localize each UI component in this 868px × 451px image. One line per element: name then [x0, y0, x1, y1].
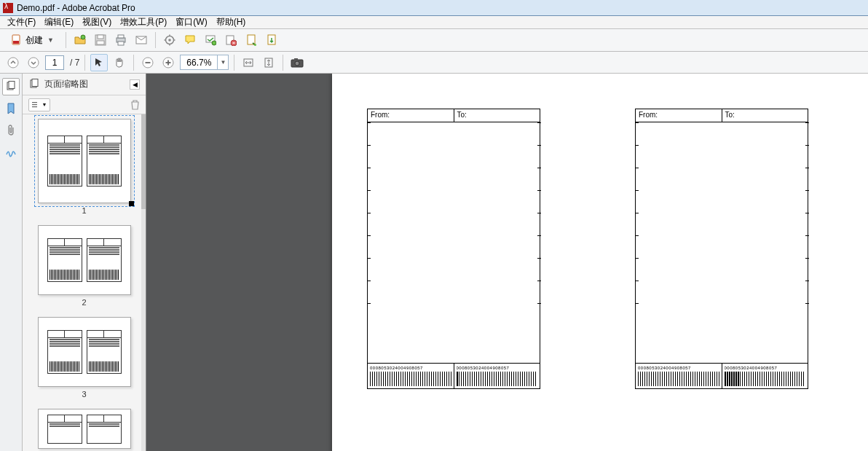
thumbnail-scrollbar[interactable]	[141, 114, 146, 451]
thumbnail-page-1[interactable]: 1	[28, 119, 140, 215]
nav-toolbar: / 7 ▼	[0, 52, 868, 74]
menu-file[interactable]: 文件(F)	[3, 16, 40, 28]
thumbnail-number: 2	[28, 298, 140, 307]
barcode-text: 0008053024004908057	[370, 366, 451, 371]
tab-page-thumbnails[interactable]	[2, 78, 20, 95]
create-button[interactable]: 创建 ▼	[4, 31, 60, 49]
chevron-down-icon[interactable]: ▼	[217, 55, 228, 69]
from-label: From:	[636, 109, 722, 122]
prev-page-button[interactable]	[4, 54, 22, 71]
thumbnail-options-button[interactable]: ▼	[28, 98, 50, 111]
svg-rect-39	[32, 102, 37, 103]
barcode	[638, 372, 719, 386]
pdf-page: From: To: 0008053024004908057 0008053024…	[332, 74, 868, 451]
zoom-in-button[interactable]	[159, 54, 177, 71]
svg-rect-38	[32, 79, 38, 86]
zoom-out-button[interactable]	[139, 54, 157, 71]
svg-point-11	[168, 39, 171, 42]
thumbnail-number: 3	[28, 390, 140, 399]
document-viewport[interactable]: From: To: 0008053024004908057 0008053024…	[146, 74, 868, 451]
save-button[interactable]	[92, 31, 109, 49]
zoom-combo[interactable]: ▼	[180, 55, 229, 70]
separator	[66, 32, 66, 48]
delete-page-button[interactable]	[130, 100, 140, 110]
export-word-button[interactable]	[242, 31, 260, 49]
separator	[155, 32, 156, 48]
separator	[133, 55, 134, 71]
menu-edit[interactable]: 编辑(E)	[40, 16, 78, 28]
fit-page-button[interactable]	[260, 54, 277, 71]
next-page-button[interactable]	[25, 54, 42, 71]
svg-rect-4	[98, 35, 103, 39]
separator	[234, 55, 234, 71]
zoom-input[interactable]	[181, 55, 217, 69]
menu-help[interactable]: 帮助(H)	[212, 16, 250, 28]
thumbnail-page-3[interactable]: 3	[28, 317, 140, 399]
settings-button[interactable]	[161, 31, 178, 49]
window-title: Demo.pdf - Adobe Acrobat Pro	[17, 3, 135, 13]
separator	[84, 55, 85, 71]
export-button[interactable]	[263, 31, 280, 49]
barcode-text: 0008053024004908057	[725, 366, 806, 371]
shipping-label-right: From: To: 0008053024004908057 0008053024…	[635, 109, 808, 389]
thumbnail-page-2[interactable]: 2	[28, 225, 140, 307]
svg-rect-34	[294, 58, 298, 60]
to-label: To:	[454, 109, 540, 122]
open-button[interactable]	[71, 31, 89, 49]
collapse-panel-button[interactable]: ◀	[130, 79, 140, 90]
content-area: 页面缩略图 ◀ ▼ 1	[0, 74, 868, 451]
barcode	[725, 372, 806, 386]
chevron-down-icon: ▼	[47, 36, 54, 44]
thumbnail-list[interactable]: 1 2 3	[23, 114, 146, 451]
svg-rect-7	[118, 35, 124, 38]
page-total-label: / 7	[70, 58, 79, 68]
share-button[interactable]	[202, 31, 219, 49]
svg-rect-41	[32, 106, 37, 107]
svg-point-17	[212, 41, 216, 45]
select-tool-button[interactable]	[90, 54, 108, 71]
tab-attachments[interactable]	[2, 122, 20, 139]
svg-rect-8	[118, 42, 124, 45]
svg-point-24	[28, 58, 39, 68]
shipping-label-left: From: To: 0008053024004908057 0008053024…	[367, 109, 540, 389]
create-label: 创建	[25, 34, 43, 47]
thumbnail-panel: 页面缩略图 ◀ ▼ 1	[23, 74, 146, 451]
barcode	[370, 372, 451, 386]
thumbnail-panel-header: 页面缩略图 ◀	[23, 74, 146, 95]
snapshot-button[interactable]	[288, 54, 306, 71]
barcode-text: 0008053024004908057	[457, 366, 538, 371]
svg-point-23	[8, 58, 18, 68]
barcode-text: 0008053024004908057	[638, 366, 719, 371]
create-pdf-icon	[11, 34, 23, 46]
fit-width-button[interactable]	[240, 54, 257, 71]
tab-signatures[interactable]	[2, 144, 20, 161]
from-label: From:	[368, 109, 454, 122]
app-icon	[3, 3, 13, 13]
tab-bookmarks[interactable]	[2, 100, 20, 117]
hand-tool-button[interactable]	[111, 54, 128, 71]
to-label: To:	[722, 109, 808, 122]
barcode	[457, 372, 538, 386]
email-button[interactable]	[133, 31, 150, 49]
page-number-input[interactable]	[45, 55, 64, 70]
pages-icon	[28, 79, 40, 90]
cancel-button[interactable]	[222, 31, 240, 49]
svg-rect-36	[9, 82, 15, 89]
thumbnail-page-4[interactable]	[28, 409, 140, 449]
svg-point-33	[295, 61, 299, 66]
thumbnail-number: 1	[28, 206, 140, 215]
svg-rect-1	[13, 41, 19, 44]
menu-plugins[interactable]: 增效工具(P)	[116, 16, 171, 28]
svg-point-2	[81, 35, 85, 39]
svg-rect-5	[97, 41, 104, 44]
svg-point-21	[254, 44, 256, 46]
window-titlebar: Demo.pdf - Adobe Acrobat Pro	[0, 0, 868, 16]
svg-rect-40	[32, 104, 37, 105]
separator	[283, 55, 283, 71]
menu-bar: 文件(F) 编辑(E) 视图(V) 增效工具(P) 窗口(W) 帮助(H)	[0, 16, 868, 29]
menu-window[interactable]: 窗口(W)	[171, 16, 211, 28]
menu-view[interactable]: 视图(V)	[78, 16, 116, 28]
print-button[interactable]	[112, 31, 130, 49]
comment-button[interactable]	[181, 31, 199, 49]
main-toolbar: 创建 ▼	[0, 29, 868, 52]
